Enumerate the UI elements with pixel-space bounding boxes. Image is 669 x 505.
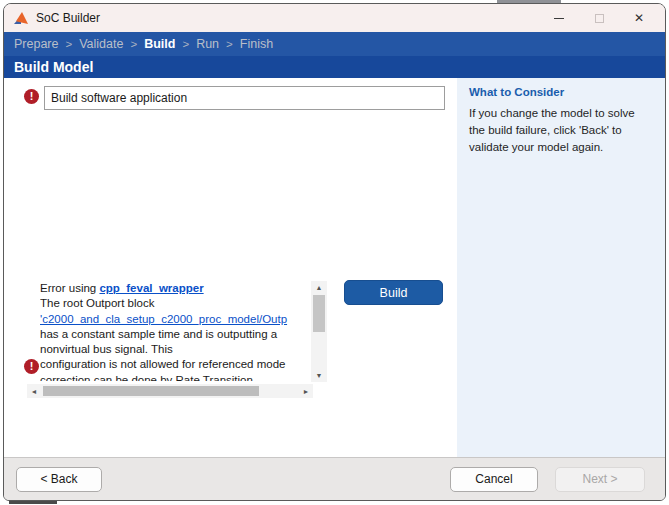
window-controls: ✕ bbox=[539, 4, 659, 32]
back-button[interactable]: < Back bbox=[16, 467, 102, 492]
matlab-app-icon bbox=[14, 11, 29, 25]
soc-builder-window: SoC Builder ✕ Prepare > Validate > Build… bbox=[3, 3, 666, 501]
horizontal-scroll-thumb[interactable] bbox=[43, 386, 259, 396]
breadcrumb-separator: > bbox=[182, 38, 189, 50]
minimize-button[interactable] bbox=[539, 4, 579, 32]
breadcrumb-step-finish: Finish bbox=[240, 37, 273, 51]
scroll-down-icon[interactable]: ▼ bbox=[311, 369, 327, 382]
outport-block-link[interactable]: 'c2000_and_cla_setup_c2000_proc_model/Ou… bbox=[40, 313, 287, 325]
panel-body-text: If you change the model to solve the bui… bbox=[469, 105, 653, 156]
vertical-scroll-track[interactable] bbox=[311, 294, 327, 369]
maximize-button[interactable] bbox=[579, 4, 619, 32]
breadcrumb: Prepare > Validate > Build > Run > Finis… bbox=[4, 32, 665, 56]
breadcrumb-step-validate: Validate bbox=[79, 37, 123, 51]
window-title: SoC Builder bbox=[36, 11, 100, 25]
cancel-button[interactable]: Cancel bbox=[450, 467, 538, 492]
error-icon: ! bbox=[24, 89, 39, 104]
breadcrumb-step-build: Build bbox=[144, 37, 175, 51]
error-log-line: Error using cpp_feval_wrapper bbox=[40, 281, 312, 296]
wizard-header: Prepare > Validate > Build > Run > Finis… bbox=[4, 32, 665, 78]
error-log-line: configuration is not allowed for referen… bbox=[40, 357, 312, 372]
build-button[interactable]: Build bbox=[344, 280, 443, 305]
error-log-line: nonvirtual bus signal. This bbox=[40, 342, 312, 357]
vertical-scrollbar[interactable]: ▲ ▼ bbox=[311, 281, 327, 382]
error-log: Error using cpp_feval_wrapper The root O… bbox=[40, 281, 312, 381]
error-icon: ! bbox=[24, 359, 39, 374]
vertical-scroll-thumb[interactable] bbox=[313, 295, 325, 332]
minimize-icon bbox=[554, 18, 564, 19]
close-button[interactable]: ✕ bbox=[619, 4, 659, 32]
breadcrumb-step-prepare: Prepare bbox=[14, 37, 58, 51]
horizontal-scrollbar[interactable]: ◄ ► bbox=[27, 384, 313, 398]
cpp-feval-wrapper-link[interactable]: cpp_feval_wrapper bbox=[99, 282, 203, 294]
panel-title: What to Consider bbox=[469, 86, 653, 98]
next-button-disabled[interactable]: Next > bbox=[555, 467, 645, 492]
what-to-consider-panel: What to Consider If you change the model… bbox=[457, 78, 665, 457]
error-log-line: has a constant sample time and is output… bbox=[40, 327, 312, 342]
maximize-icon bbox=[595, 14, 604, 23]
breadcrumb-separator: > bbox=[65, 38, 72, 50]
build-step-status-field: Build software application bbox=[44, 86, 445, 110]
close-icon: ✕ bbox=[634, 12, 644, 24]
titlebar: SoC Builder ✕ bbox=[4, 4, 665, 32]
page-title: Build Model bbox=[14, 59, 93, 75]
footer-bar: < Back Cancel Next > bbox=[4, 457, 665, 500]
scroll-left-icon[interactable]: ◄ bbox=[27, 384, 41, 398]
screen: SoC Builder ✕ Prepare > Validate > Build… bbox=[0, 0, 669, 505]
scroll-up-icon[interactable]: ▲ bbox=[311, 281, 327, 294]
page-title-band: Build Model bbox=[4, 56, 665, 78]
horizontal-scroll-track[interactable] bbox=[41, 384, 299, 398]
breadcrumb-separator: > bbox=[130, 38, 137, 50]
scroll-right-icon[interactable]: ► bbox=[299, 384, 313, 398]
error-log-line: The root Outport block bbox=[40, 296, 312, 311]
content-area: ! Build software application ! Error usi… bbox=[4, 78, 665, 457]
error-log-line: correction can be done by Rate Transitio… bbox=[40, 373, 312, 381]
breadcrumb-separator: > bbox=[226, 38, 233, 50]
breadcrumb-step-run: Run bbox=[196, 37, 219, 51]
main-pane: ! Build software application ! Error usi… bbox=[4, 78, 457, 457]
error-log-line: 'c2000_and_cla_setup_c2000_proc_model/Ou… bbox=[40, 312, 312, 327]
